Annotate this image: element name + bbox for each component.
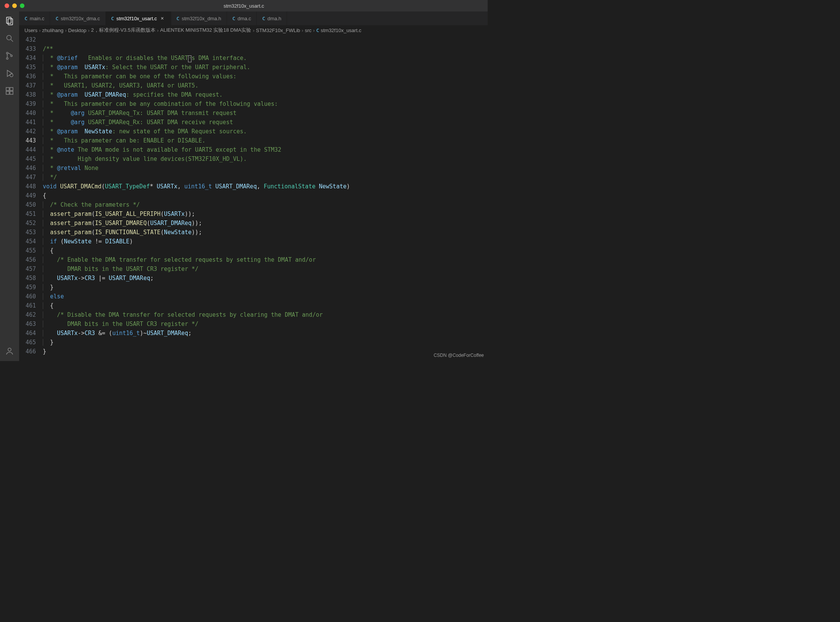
extensions-icon[interactable] [4,86,15,96]
code-line[interactable]: 436 * This parameter can be one of the f… [19,72,488,81]
code-content[interactable]: * This parameter can be one of the follo… [43,72,488,81]
line-number: 442 [19,127,43,136]
code-content[interactable]: DMAR bits in the USART CR3 register */ [43,264,488,274]
tab-dma-h[interactable]: C stm32f10x_dma.h [171,11,227,25]
code-line[interactable]: 456 /* Enable the DMA transfer for selec… [19,255,488,264]
svg-point-6 [11,55,12,57]
code-line[interactable]: 458 USARTx->CR3 |= USART_DMAReq; [19,274,488,283]
code-content[interactable]: * @retval None [43,164,488,173]
code-line[interactable]: 454 if (NewState != DISABLE) [19,237,488,246]
code-line[interactable]: 439 * This parameter can be any combinat… [19,99,488,109]
crumb[interactable]: STM32F10x_FWLib [256,28,300,33]
crumb[interactable]: 2，标准例程-V3.5库函数版本 [91,27,155,34]
code-line[interactable]: 437 * USART1, USART2, USART3, UART4 or U… [19,81,488,90]
explorer-icon[interactable] [4,15,15,26]
code-line[interactable]: 450 /* Check the parameters */ [19,200,488,209]
code-content[interactable]: void USART_DMACmd(USART_TypeDef* USARTx,… [43,182,488,191]
code-line[interactable]: 463 DMAR bits in the USART CR3 register … [19,319,488,329]
code-line[interactable]: 434 * @brief Enables or disables the USA… [19,53,488,63]
code-line[interactable]: 459 } [19,283,488,292]
code-content[interactable]: * This parameter can be: ENABLE or DISAB… [43,136,488,145]
code-content[interactable]: * @param NewState: new state of the DMA … [43,127,488,136]
code-line[interactable]: 448void USART_DMACmd(USART_TypeDef* USAR… [19,182,488,191]
code-content[interactable]: * High density value line devices(STM32F… [43,154,488,164]
code-content[interactable]: * @param USARTx: Select the USART or the… [43,63,488,72]
code-content[interactable]: USARTx->CR3 |= USART_DMAReq; [43,274,488,283]
code-content[interactable]: * @arg USART_DMAReq_Rx: USART DMA receiv… [43,118,488,127]
crumb[interactable]: zhulihang [42,28,63,33]
line-number: 457 [19,264,43,274]
code-line[interactable]: 451 assert_param(IS_USART_ALL_PERIPH(USA… [19,209,488,219]
code-line[interactable]: 461 { [19,301,488,310]
code-line[interactable]: 457 DMAR bits in the USART CR3 register … [19,264,488,274]
code-content[interactable]: } [43,347,488,356]
run-debug-icon[interactable] [4,68,15,79]
c-file-icon: C [262,16,265,21]
accounts-icon[interactable] [4,346,15,356]
code-content[interactable]: * This parameter can be any combination … [43,99,488,109]
code-content[interactable]: DMAR bits in the USART CR3 register */ [43,319,488,329]
code-content[interactable]: * USART1, USART2, USART3, UART4 or UART5… [43,81,488,90]
line-number: 446 [19,164,43,173]
code-line[interactable]: 441 * @arg USART_DMAReq_Rx: USART DMA re… [19,118,488,127]
breadcrumbs[interactable]: Users› zhulihang› Desktop› 2，标准例程-V3.5库函… [19,25,488,35]
crumb[interactable]: Desktop [68,28,86,33]
code-line[interactable]: 433/** [19,44,488,53]
code-editor[interactable]: 432433/**434 * @brief Enables or disable… [19,35,488,361]
code-line[interactable]: 446 * @retval None [19,164,488,173]
code-line[interactable]: 445 * High density value line devices(ST… [19,154,488,164]
code-line[interactable]: 438 * @param USART_DMAReq: specifies the… [19,90,488,99]
code-content[interactable]: * @note The DMA mode is not available fo… [43,145,488,154]
code-content[interactable]: USARTx->CR3 &= (uint16_t)~USART_DMAReq; [43,329,488,338]
code-line[interactable]: 462 /* Disable the DMA transfer for sele… [19,310,488,319]
tab-dma2-h[interactable]: C dma.h [257,11,287,25]
code-content[interactable]: /** [43,44,488,53]
code-content[interactable]: /* Disable the DMA transfer for selected… [43,310,488,319]
code-content[interactable]: assert_param(IS_FUNCTIONAL_STATE(NewStat… [43,228,488,237]
code-line[interactable]: 444 * @note The DMA mode is not availabl… [19,145,488,154]
code-content[interactable]: { [43,246,488,255]
code-line[interactable]: 443 * This parameter can be: ENABLE or D… [19,136,488,145]
crumb-file[interactable]: stm32f10x_usart.c [321,28,361,33]
code-line[interactable]: 440 * @arg USART_DMAReq_Tx: USART DMA tr… [19,109,488,118]
code-content[interactable]: * @brief Enables or disables the USART's… [43,53,488,63]
code-line[interactable]: 449{ [19,191,488,200]
close-icon[interactable]: × [159,15,165,21]
code-content[interactable]: { [43,301,488,310]
code-line[interactable]: 452 assert_param(IS_USART_DMAREQ(USART_D… [19,219,488,228]
tab-dma-c[interactable]: C stm32f10x_dma.c [50,11,105,25]
code-line[interactable]: 465 } [19,338,488,347]
source-control-icon[interactable] [4,50,15,61]
search-icon[interactable] [4,33,15,44]
code-content[interactable]: * @arg USART_DMAReq_Tx: USART DMA transm… [43,109,488,118]
tab-usart-c[interactable]: C stm32f10x_usart.c × [106,11,171,25]
code-content[interactable]: } [43,283,488,292]
tab-label: dma.c [238,16,251,21]
crumb[interactable]: Users [24,28,37,33]
tab-main-c[interactable]: C main.c [19,11,50,25]
crumb[interactable]: src [305,28,311,33]
line-number: 454 [19,237,43,246]
code-content[interactable]: /* Check the parameters */ [43,200,488,209]
code-line[interactable]: 466} [19,347,488,356]
tab-dma2-c[interactable]: C dma.c [227,11,257,25]
code-content[interactable]: assert_param(IS_USART_ALL_PERIPH(USARTx)… [43,209,488,219]
code-line[interactable]: 460 else [19,292,488,301]
code-content[interactable]: */ [43,173,488,182]
code-content[interactable]: if (NewState != DISABLE) [43,237,488,246]
code-content[interactable]: { [43,191,488,200]
code-line[interactable]: 432 [19,35,488,44]
code-content[interactable]: } [43,338,488,347]
code-line[interactable]: 435 * @param USARTx: Select the USART or… [19,63,488,72]
code-line[interactable]: 455 { [19,246,488,255]
code-line[interactable]: 464 USARTx->CR3 &= (uint16_t)~USART_DMAR… [19,329,488,338]
code-content[interactable]: assert_param(IS_USART_DMAREQ(USART_DMARe… [43,219,488,228]
code-line[interactable]: 442 * @param NewState: new state of the … [19,127,488,136]
crumb[interactable]: ALIENTEK MINISTM32 实验18 DMA实验 [160,27,251,34]
code-line[interactable]: 447 */ [19,173,488,182]
code-line[interactable]: 453 assert_param(IS_FUNCTIONAL_STATE(New… [19,228,488,237]
code-content[interactable]: else [43,292,488,301]
code-content[interactable] [43,35,488,44]
code-content[interactable]: /* Enable the DMA transfer for selected … [43,255,488,264]
code-content[interactable]: * @param USART_DMAReq: specifies the DMA… [43,90,488,99]
